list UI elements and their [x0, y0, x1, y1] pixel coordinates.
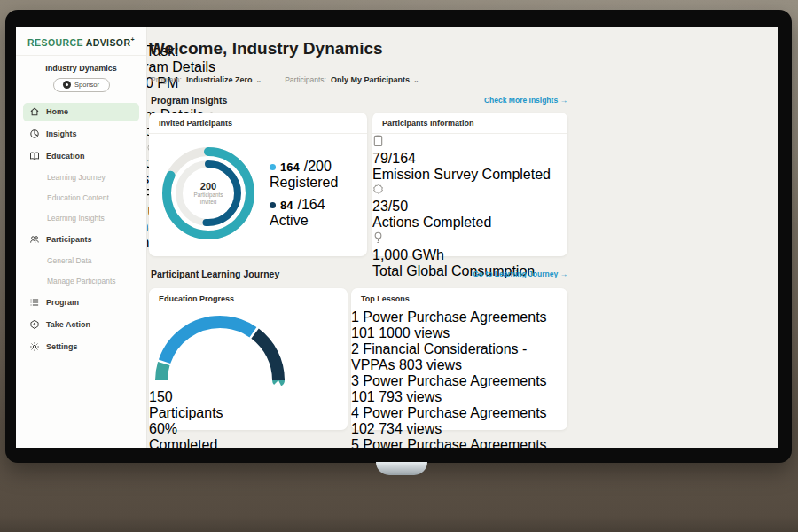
sidebar-item-label: Education — [46, 152, 85, 160]
gauge-value: 150 — [149, 389, 348, 405]
gear-icon — [29, 341, 40, 352]
sidebar-item-manage-participants[interactable]: Manage Participants — [23, 273, 139, 290]
legend-registered: 164/200 Registered — [270, 159, 338, 191]
section-title: Participant Learning Journey — [151, 269, 279, 279]
link-label: Go to Learning Journey — [473, 270, 558, 278]
views-count: 1000 — [379, 325, 411, 340]
sidebar-item-program[interactable]: Program — [23, 293, 139, 312]
rank-badge: 2 — [351, 341, 359, 356]
sidebar-item-general-data[interactable]: General Data — [23, 253, 139, 270]
sidebar-item-insights[interactable]: Insights — [23, 125, 139, 144]
views-suffix: views — [426, 357, 462, 372]
stat-value: 79/164 — [372, 151, 567, 167]
sidebar-item-participants[interactable]: Participants — [23, 231, 139, 249]
rank-badge: 4 — [351, 405, 359, 420]
logo-plus: + — [130, 36, 135, 43]
lesson-row: 3 Power Purchase Agreements 101 793 view… — [351, 373, 567, 405]
link-label: Check More Insights — [484, 96, 558, 105]
learning-journey-header: Participant Learning Journey Go to Learn… — [151, 269, 567, 279]
participants-information-card: Participants Information 79/164 Emission… — [372, 113, 567, 256]
lesson-link[interactable]: Power Purchase Agreements 103 — [351, 437, 547, 448]
rank-badge: 1 — [351, 309, 359, 325]
gauge-legend: 60%Completed 30%Pending 10%Not Started — [149, 421, 348, 448]
go-to-learning-journey-link[interactable]: Go to Learning Journey → — [473, 270, 567, 278]
active-value: 84 — [280, 199, 293, 212]
active-total: /164 — [297, 197, 325, 213]
logo-primary: RESOURCE — [27, 37, 83, 48]
chevron-down-icon: ⌄ — [413, 76, 419, 84]
stat-value: 1,000 GWh — [372, 247, 567, 263]
participants-label: Participants: — [285, 75, 326, 84]
sidebar-item-label: Program — [46, 298, 79, 307]
app-logo: RESOURCE ADVISOR+ — [16, 27, 146, 56]
gauge-label: Participants — [149, 405, 348, 421]
sidebar-item-label: General Data — [47, 256, 92, 265]
sidebar-item-take-action[interactable]: Take Action — [23, 316, 139, 334]
monitor-stand — [376, 462, 427, 475]
registered-value: 164 — [280, 160, 300, 174]
lesson-row: 1 Power Purchase Agreements 101 1000 vie… — [351, 309, 567, 341]
check-more-insights-link[interactable]: Check More Insights → — [484, 96, 567, 105]
views-count: 803 — [399, 357, 423, 372]
views-suffix: views — [406, 389, 442, 404]
lesson-row: 4 Power Purchase Agreements 102 734 view… — [351, 405, 567, 437]
lesson-row: 5 Power Purchase Agreements 103 600 view… — [351, 437, 567, 448]
views-suffix: views — [414, 325, 450, 340]
lesson-row: 2 Financial Considerations - VPPAs 803 v… — [351, 341, 567, 373]
sidebar-item-education-content[interactable]: Education Content — [23, 190, 139, 207]
card-title: Education Progress — [149, 288, 348, 309]
sidebar: RESOURCE ADVISOR+ Industry Dynamics Spon… — [16, 27, 147, 448]
bulb-icon — [372, 231, 384, 244]
card-title: Top Lessons — [351, 288, 567, 309]
list-icon — [29, 297, 40, 308]
dashboard-screen: RESOURCE ADVISOR+ Industry Dynamics Spon… — [16, 27, 778, 448]
views-suffix: views — [406, 421, 442, 436]
sidebar-item-home[interactable]: Home — [23, 103, 139, 121]
invited-total: 200 — [200, 181, 216, 192]
invited-donut-chart: 200 Participants Invited — [156, 141, 261, 246]
book-icon — [29, 151, 40, 161]
active-label: Active — [270, 213, 325, 229]
take-action-icon — [29, 319, 40, 330]
legend-completed: 60%Completed — [149, 421, 348, 448]
views-count: 793 — [379, 389, 403, 404]
stat-emission-survey: 79/164 Emission Survey Completed — [372, 134, 567, 183]
stat-label: Emission Survey Completed — [372, 167, 567, 183]
sidebar-item-settings[interactable]: Settings — [23, 338, 139, 356]
sidebar-item-label: Settings — [46, 342, 78, 351]
program-select[interactable]: Program:Industrialize Zero⌄ — [151, 70, 262, 86]
program-label: Program: — [151, 75, 182, 84]
sidebar-item-label: Take Action — [46, 320, 90, 329]
gauge-svg — [149, 309, 291, 386]
invited-participants-card: Invited Participants 200 Participants In… — [149, 113, 367, 256]
sidebar-item-label: Home — [46, 107, 68, 116]
invited-total-label: Participants Invited — [185, 192, 231, 206]
sidebar-item-learning-insights[interactable]: Learning Insights — [23, 210, 139, 227]
home-icon — [29, 106, 40, 117]
top-lessons-card: Top Lessons 1 Power Purchase Agreements … — [351, 288, 567, 430]
stat-label: Actions Completed — [372, 215, 567, 231]
page-title: Welcome, Industry Dynamics — [149, 39, 383, 59]
rank-badge: 5 — [351, 437, 359, 448]
monitor: RESOURCE ADVISOR+ Industry Dynamics Spon… — [5, 10, 792, 463]
education-progress-card: Education Progress 150 Participants 60%C… — [149, 288, 348, 430]
gauge-center: 150 Participants — [149, 389, 348, 421]
sponsor-badge: Sponsor — [53, 78, 110, 92]
sponsor-icon — [63, 81, 71, 89]
arrow-right-icon: → — [560, 96, 568, 105]
sponsor-label: Sponsor — [74, 81, 99, 89]
sidebar-item-education[interactable]: Education — [23, 147, 139, 166]
active-dot — [270, 202, 276, 208]
sidebar-item-learning-journey[interactable]: Learning Journey — [23, 169, 139, 186]
views-count: 734 — [379, 421, 403, 436]
logo-secondary: ADVISOR — [86, 37, 131, 48]
rank-badge: 3 — [351, 373, 359, 388]
registered-label: Registered — [270, 175, 338, 191]
sidebar-item-label: Education Content — [47, 193, 109, 202]
people-icon — [29, 234, 40, 245]
sidebar-menu: Home Insights Education Learning Journey… — [16, 101, 146, 362]
program-insights-header: Program Insights Check More Insights → — [151, 95, 567, 106]
sidebar-item-label: Manage Participants — [47, 277, 116, 286]
arrow-right-icon: → — [560, 270, 568, 278]
participants-select[interactable]: Participants:Only My Participants⌄ — [285, 70, 419, 86]
